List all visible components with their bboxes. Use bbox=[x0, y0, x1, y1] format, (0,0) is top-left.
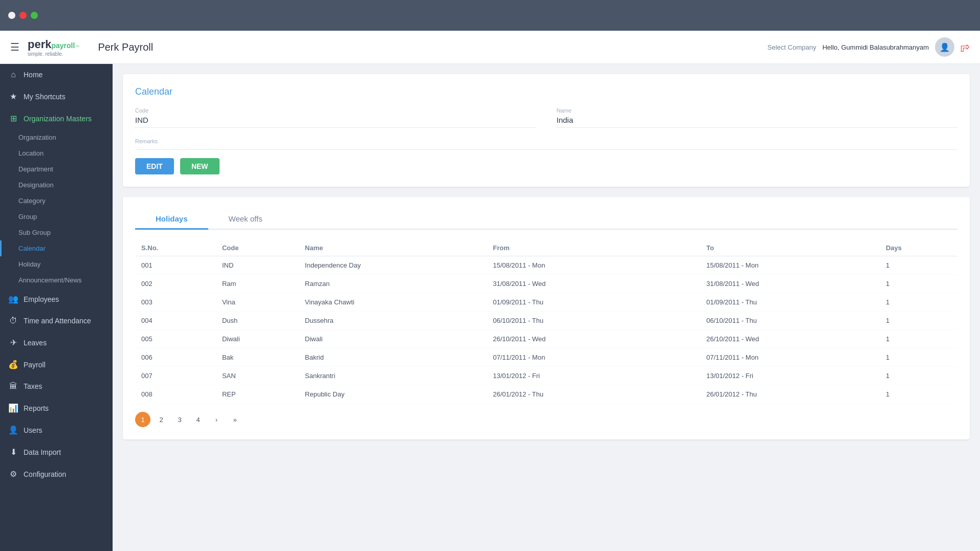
sidebar-item-org-masters[interactable]: ⊞ Organization Masters bbox=[0, 107, 113, 129]
cell-days: 1 bbox=[880, 275, 957, 293]
remarks-value bbox=[135, 146, 957, 150]
sidebar-sub-subgroup[interactable]: Sub Group bbox=[0, 225, 113, 240]
cell-sno: 002 bbox=[135, 275, 216, 293]
cell-from: 26/10/2011 - Wed bbox=[487, 330, 666, 348]
maximize-btn[interactable] bbox=[31, 12, 38, 19]
sidebar-item-data-import-label: Data Import bbox=[24, 448, 61, 456]
cell-name: Bakrid bbox=[299, 348, 487, 367]
cell-code: Vina bbox=[216, 293, 299, 312]
sidebar-item-employees[interactable]: 👥 Employees bbox=[0, 288, 113, 310]
pagination: 1 2 3 4 › » bbox=[135, 412, 957, 427]
hamburger-icon[interactable]: ☰ bbox=[10, 41, 19, 53]
sidebar-sub-department[interactable]: Department bbox=[0, 161, 113, 177]
cell-name: Vinayaka Chawti bbox=[299, 293, 487, 312]
cell-empty bbox=[666, 330, 700, 348]
sidebar-item-taxes[interactable]: 🏛 Taxes bbox=[0, 376, 113, 397]
cell-sno: 006 bbox=[135, 348, 216, 367]
cell-empty bbox=[666, 256, 700, 275]
new-button[interactable]: NEW bbox=[180, 158, 220, 174]
select-company[interactable]: Select Company bbox=[768, 43, 816, 51]
cell-days: 1 bbox=[880, 293, 957, 312]
cell-empty bbox=[666, 293, 700, 312]
name-label: Name bbox=[557, 107, 958, 114]
sidebar-item-home[interactable]: ⌂ Home bbox=[0, 64, 113, 85]
page-1-btn[interactable]: 1 bbox=[135, 412, 150, 427]
employees-icon: 👥 bbox=[8, 294, 18, 304]
sidebar-item-reports[interactable]: 📊 Reports bbox=[0, 397, 113, 419]
sidebar-sub-location[interactable]: Location bbox=[0, 145, 113, 161]
cell-days: 1 bbox=[880, 385, 957, 404]
sidebar-sub-category[interactable]: Category bbox=[0, 193, 113, 209]
config-icon: ⚙ bbox=[8, 469, 18, 479]
table-row: 002 Ram Ramzan 31/08/2011 - Wed 31/08/20… bbox=[135, 275, 957, 293]
next-page-btn[interactable]: › bbox=[209, 412, 224, 427]
sidebar-item-home-label: Home bbox=[24, 71, 42, 79]
col-to: To bbox=[700, 240, 880, 256]
name-value: India bbox=[557, 116, 958, 128]
col-name: Name bbox=[299, 240, 487, 256]
logout-icon[interactable]: ⏎ bbox=[961, 40, 970, 54]
sidebar-item-time-attendance[interactable]: ⏱ Time and Attendance bbox=[0, 310, 113, 332]
table-row: 006 Bak Bakrid 07/11/2011 - Mon 07/11/20… bbox=[135, 348, 957, 367]
remarks-label: Remarks bbox=[135, 138, 957, 144]
col-code: Code bbox=[216, 240, 299, 256]
sidebar-item-configuration[interactable]: ⚙ Configuration bbox=[0, 463, 113, 485]
page-4-btn[interactable]: 4 bbox=[190, 412, 206, 427]
form-card: Calendar Code IND Name India Remarks EDI… bbox=[123, 74, 970, 187]
cell-name: Ramzan bbox=[299, 275, 487, 293]
page-3-btn[interactable]: 3 bbox=[172, 412, 187, 427]
logo-area: perk payroll ~ simple. reliable. bbox=[28, 38, 79, 57]
cell-name: Sankrantri bbox=[299, 367, 487, 385]
cell-code: Diwali bbox=[216, 330, 299, 348]
logo-perk: perk bbox=[28, 38, 51, 51]
table-row: 001 IND Independence Day 15/08/2011 - Mo… bbox=[135, 256, 957, 275]
table-row: 008 REP Republic Day 26/01/2012 - Thu 26… bbox=[135, 385, 957, 404]
navbar-left: ☰ perk payroll ~ simple. reliable. Perk … bbox=[10, 38, 153, 57]
cell-to: 06/10/2011 - Thu bbox=[700, 312, 880, 330]
tab-holidays[interactable]: Holidays bbox=[135, 209, 208, 230]
sidebar-item-org-label: Organization Masters bbox=[24, 115, 92, 123]
cell-sno: 004 bbox=[135, 312, 216, 330]
sidebar-item-leaves-label: Leaves bbox=[24, 339, 47, 347]
sidebar-sub-calendar[interactable]: Calendar bbox=[0, 240, 113, 256]
sidebar-item-leaves[interactable]: ✈ Leaves bbox=[0, 332, 113, 354]
cell-days: 1 bbox=[880, 367, 957, 385]
sidebar-item-data-import[interactable]: ⬇ Data Import bbox=[0, 441, 113, 463]
sidebar-sub-holiday[interactable]: Holiday bbox=[0, 256, 113, 272]
minimize-btn[interactable] bbox=[19, 12, 27, 19]
sidebar-item-payroll[interactable]: 💰 Payroll bbox=[0, 354, 113, 376]
sidebar-item-config-label: Configuration bbox=[24, 470, 66, 478]
code-value: IND bbox=[135, 116, 536, 128]
logo-swish: ~ bbox=[76, 42, 79, 50]
page-2-btn[interactable]: 2 bbox=[154, 412, 169, 427]
taxes-icon: 🏛 bbox=[8, 382, 18, 391]
sidebar-item-my-shortcuts[interactable]: ★ My Shortcuts bbox=[0, 85, 113, 107]
users-icon: 👤 bbox=[8, 425, 18, 435]
sidebar-sub-designation[interactable]: Designation bbox=[0, 177, 113, 193]
cell-to: 31/08/2011 - Wed bbox=[700, 275, 880, 293]
close-btn[interactable] bbox=[8, 12, 15, 19]
sidebar-sub-group[interactable]: Group bbox=[0, 209, 113, 225]
cell-from: 31/08/2011 - Wed bbox=[487, 275, 666, 293]
logo-payroll: payroll bbox=[51, 41, 75, 50]
last-page-btn[interactable]: » bbox=[227, 412, 243, 427]
cell-code: Dush bbox=[216, 312, 299, 330]
edit-button[interactable]: EDIT bbox=[135, 158, 174, 174]
col-sno: S.No. bbox=[135, 240, 216, 256]
table-row: 003 Vina Vinayaka Chawti 01/09/2011 - Th… bbox=[135, 293, 957, 312]
sidebar-sub-organization[interactable]: Organization bbox=[0, 129, 113, 145]
sidebar-item-users[interactable]: 👤 Users bbox=[0, 419, 113, 441]
org-icon: ⊞ bbox=[8, 114, 18, 123]
cell-code: REP bbox=[216, 385, 299, 404]
cell-from: 13/01/2012 - Fri bbox=[487, 367, 666, 385]
sidebar-item-users-label: Users bbox=[24, 426, 42, 434]
table-body: 001 IND Independence Day 15/08/2011 - Mo… bbox=[135, 256, 957, 404]
cell-days: 1 bbox=[880, 256, 957, 275]
main-content: Calendar Code IND Name India Remarks EDI… bbox=[113, 64, 980, 551]
sidebar-sub-announcement[interactable]: Announcement/News bbox=[0, 272, 113, 288]
title-bar bbox=[0, 0, 980, 31]
tab-weekoffs[interactable]: Week offs bbox=[208, 209, 283, 230]
sidebar-item-taxes-label: Taxes bbox=[24, 382, 42, 390]
payroll-icon: 💰 bbox=[8, 360, 18, 369]
cell-empty bbox=[666, 312, 700, 330]
